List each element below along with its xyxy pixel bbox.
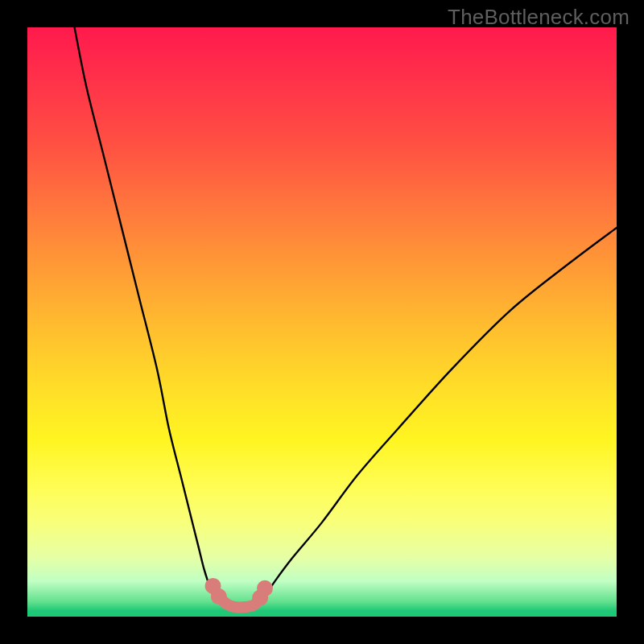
watermark-text: TheBottleneck.com: [448, 5, 630, 30]
curve-path-right: [263, 228, 617, 599]
valley-dot: [257, 580, 273, 597]
chart-svg: [27, 27, 617, 617]
curve-right-branch: [263, 228, 617, 599]
chart-frame: TheBottleneck.com: [0, 0, 644, 644]
curve-path-left: [75, 27, 217, 599]
valley-dot: [211, 588, 227, 605]
valley-highlight-dots: [205, 578, 273, 606]
curve-left-branch: [75, 27, 217, 599]
valley-highlight-group: [205, 578, 273, 607]
